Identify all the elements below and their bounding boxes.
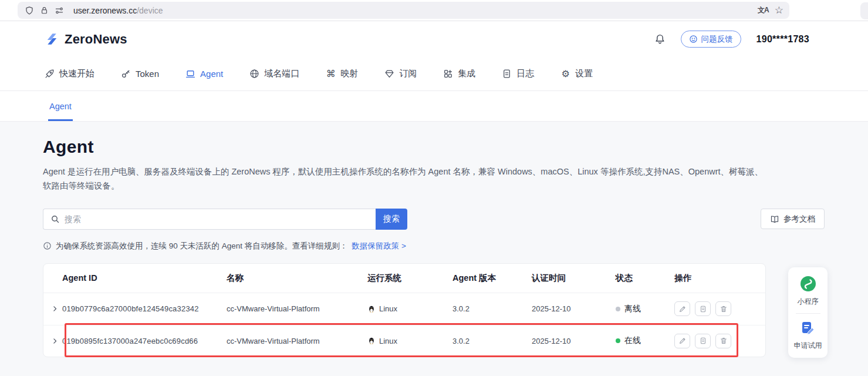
edit-button[interactable] bbox=[674, 334, 690, 348]
miniprogram-label: 小程序 bbox=[798, 297, 819, 307]
col-name: 名称 bbox=[227, 273, 367, 284]
nav-item-logs[interactable]: 日志 bbox=[501, 68, 534, 79]
feedback-label: 问题反馈 bbox=[701, 34, 733, 45]
address-bar[interactable]: user.zeronews.cc/device 文A ☆ bbox=[18, 2, 789, 19]
nav-item-subscription[interactable]: 订阅 bbox=[384, 68, 417, 79]
agent-auth-time: 2025-12-10 bbox=[532, 337, 616, 345]
nav-item-integration[interactable]: 集成 bbox=[443, 68, 475, 79]
agent-os: Linux bbox=[367, 336, 452, 345]
notice-text: 为确保系统资源高效使用，连续 90 天未活跃的 Agent 将自动移除。查看详细… bbox=[56, 241, 347, 251]
info-icon bbox=[43, 241, 52, 250]
site-header: ZeroNews 问题反馈 190****1783 bbox=[0, 21, 868, 57]
gear-icon: ⚙ bbox=[560, 68, 571, 79]
col-auth-time: 认证时间 bbox=[532, 273, 616, 284]
row-actions bbox=[674, 301, 765, 316]
col-version: Agent 版本 bbox=[452, 273, 532, 284]
trial-request-entry[interactable]: 申请试用 bbox=[794, 320, 822, 351]
col-agent-id: Agent ID bbox=[62, 273, 227, 283]
account-phone[interactable]: 190****1783 bbox=[756, 34, 810, 45]
lock-icon[interactable] bbox=[40, 6, 49, 15]
nav-item-agent[interactable]: Agent bbox=[185, 68, 223, 79]
document-icon bbox=[501, 68, 512, 79]
feedback-button[interactable]: 问题反馈 bbox=[681, 31, 741, 48]
agent-id: 019b0779c6a27000bfe124549ca32342 bbox=[62, 304, 227, 313]
trial-form-icon bbox=[800, 320, 816, 337]
agent-id: 019b0895fc137000a247eebc0c69cd66 bbox=[62, 337, 227, 345]
floating-panel: 小程序 申请试用 bbox=[788, 267, 828, 358]
edit-button[interactable] bbox=[674, 301, 690, 316]
wechat-miniprogram-icon bbox=[799, 275, 817, 293]
agent-auth-time: 2025-12-10 bbox=[532, 304, 616, 313]
row-actions bbox=[674, 334, 765, 348]
nav-label: 映射 bbox=[340, 68, 358, 79]
search-icon bbox=[50, 214, 60, 224]
notification-bell-icon[interactable] bbox=[654, 33, 666, 45]
nav-item-domain-port[interactable]: 域名端口 bbox=[249, 68, 299, 79]
nav-label: 域名端口 bbox=[264, 68, 299, 79]
status-dot-online bbox=[616, 338, 620, 343]
command-icon: ⌘ bbox=[325, 68, 336, 79]
nav-item-mapping[interactable]: ⌘ 映射 bbox=[325, 68, 358, 79]
permissions-toggle-icon[interactable] bbox=[55, 6, 64, 15]
linux-penguin-icon bbox=[367, 336, 376, 345]
docs-button-label: 参考文档 bbox=[783, 214, 815, 224]
nav-item-quickstart[interactable]: 快速开始 bbox=[44, 68, 94, 79]
agent-name: cc-VMware-Virtual-Platform bbox=[227, 337, 367, 345]
expand-chevron-icon[interactable] bbox=[43, 337, 62, 345]
agent-status: 在线 bbox=[616, 335, 674, 346]
retention-policy-link[interactable]: 数据保留政策 > bbox=[352, 241, 406, 251]
trial-label: 申请试用 bbox=[794, 341, 822, 351]
nav-item-settings[interactable]: ⚙ 设置 bbox=[560, 68, 593, 79]
agent-version: 3.0.2 bbox=[452, 337, 532, 345]
agent-status: 离线 bbox=[616, 304, 674, 314]
nav-item-token[interactable]: Token bbox=[120, 68, 159, 79]
url-text: user.zeronews.cc/device bbox=[73, 6, 163, 15]
col-status: 状态 bbox=[616, 273, 674, 284]
search-input[interactable] bbox=[65, 214, 369, 224]
agent-name: cc-VMware-Virtual-Platform bbox=[227, 304, 367, 313]
brand-name: ZeroNews bbox=[65, 32, 127, 47]
integration-icon bbox=[443, 68, 454, 79]
col-actions: 操作 bbox=[674, 273, 765, 284]
status-label: 离线 bbox=[624, 304, 641, 314]
delete-button[interactable] bbox=[715, 301, 731, 316]
book-icon bbox=[770, 214, 779, 224]
nav-label: Agent bbox=[200, 69, 223, 79]
brand-logo[interactable]: ZeroNews bbox=[44, 31, 127, 47]
col-os: 运行系统 bbox=[367, 273, 452, 284]
delete-button[interactable] bbox=[715, 334, 731, 348]
nav-label: 订阅 bbox=[399, 68, 417, 79]
agent-table: Agent ID 名称 运行系统 Agent 版本 认证时间 状态 操作 019… bbox=[43, 263, 766, 357]
linux-penguin-icon bbox=[367, 304, 376, 314]
bookmark-star-icon[interactable]: ☆ bbox=[775, 5, 783, 15]
reference-docs-button[interactable]: 参考文档 bbox=[761, 209, 825, 229]
search-box bbox=[43, 209, 376, 230]
rocket-icon bbox=[44, 68, 55, 79]
main-nav: 快速开始 Token Agent 域名端口 ⌘ 映射 订阅 集成 bbox=[0, 57, 868, 91]
miniprogram-entry[interactable]: 小程序 bbox=[798, 275, 819, 307]
nav-label: 日志 bbox=[516, 68, 534, 79]
log-file-button[interactable] bbox=[695, 334, 711, 348]
translate-icon[interactable]: 文A bbox=[758, 5, 769, 15]
shield-icon[interactable] bbox=[25, 6, 34, 15]
os-label: Linux bbox=[379, 304, 397, 313]
retention-notice: 为确保系统资源高效使用，连续 90 天未活跃的 Agent 将自动移除。查看详细… bbox=[43, 241, 825, 251]
agent-version: 3.0.2 bbox=[452, 304, 532, 313]
table-row[interactable]: 019b0895fc137000a247eebc0c69cd66 cc-VMwa… bbox=[43, 325, 765, 357]
expand-chevron-icon[interactable] bbox=[43, 305, 62, 313]
nav-label: 设置 bbox=[575, 68, 593, 79]
toolbar: 搜索 参考文档 bbox=[43, 209, 825, 230]
page-title: Agent bbox=[43, 137, 825, 157]
main-content: Agent Agent 是运行在用户电脑、服务器及终端设备上的 ZeroNews… bbox=[0, 122, 868, 357]
table-row[interactable]: 019b0779c6a27000bfe124549ca32342 cc-VMwa… bbox=[43, 293, 765, 325]
subtab-agent[interactable]: Agent bbox=[48, 102, 73, 121]
os-label: Linux bbox=[379, 337, 397, 345]
panel-divider bbox=[796, 313, 820, 314]
log-file-button[interactable] bbox=[695, 301, 711, 316]
zeronews-logo-icon bbox=[44, 31, 60, 47]
globe-icon bbox=[249, 68, 260, 79]
status-label: 在线 bbox=[624, 335, 641, 346]
search-button[interactable]: 搜索 bbox=[376, 209, 407, 230]
status-dot-offline bbox=[616, 307, 620, 311]
browser-chrome: user.zeronews.cc/device 文A ☆ bbox=[0, 0, 868, 21]
